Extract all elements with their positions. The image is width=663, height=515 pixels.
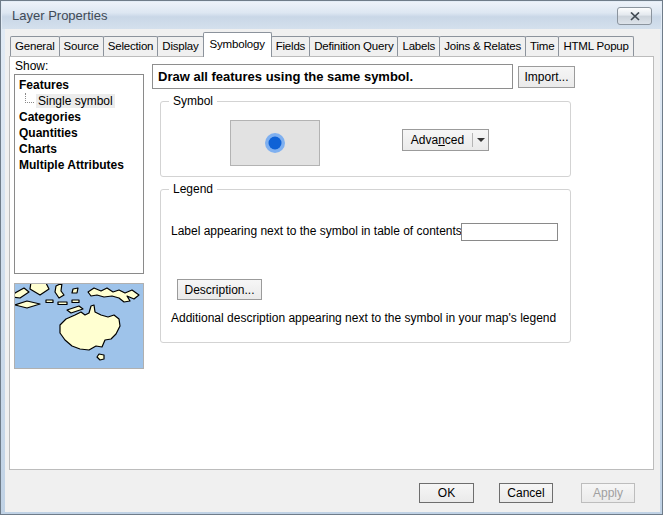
map-preview-image: [15, 284, 143, 368]
tab-fields[interactable]: Fields: [271, 36, 310, 56]
tree-item-label: Single symbol: [36, 94, 115, 108]
advanced-dropdown-button[interactable]: Advanced: [402, 129, 489, 151]
symbol-group-title: Symbol: [169, 94, 217, 108]
tree-elbow-icon: [25, 93, 34, 103]
apply-button[interactable]: Apply: [581, 483, 635, 503]
tab-joins-relates[interactable]: Joins & Relates: [439, 36, 526, 56]
renderer-description: Draw all features using the same symbol.: [152, 64, 513, 89]
map-land-halmahera: [72, 288, 78, 293]
map-land-island: [58, 302, 67, 305]
legend-label-input[interactable]: [461, 223, 558, 241]
tab-general[interactable]: General: [10, 36, 60, 56]
tab-labels[interactable]: Labels: [397, 36, 440, 56]
symbol-preview-button[interactable]: [230, 120, 320, 166]
map-preview: [14, 283, 144, 369]
tree-item-features[interactable]: Features: [15, 77, 143, 93]
symbol-groupbox: Symbol Advanced: [160, 101, 571, 177]
map-land-island: [72, 300, 79, 303]
layer-properties-dialog: Layer Properties General Source Selectio…: [0, 0, 663, 515]
window-title: Layer Properties: [12, 8, 107, 23]
cancel-button[interactable]: Cancel: [499, 483, 553, 503]
dropdown-arrow-area[interactable]: [473, 130, 488, 150]
tab-bar: General Source Selection Display Symbolo…: [11, 32, 634, 56]
legend-groupbox: Legend Label appearing next to the symbo…: [160, 189, 571, 343]
tab-html-popup[interactable]: HTML Popup: [558, 36, 633, 56]
tab-symbology[interactable]: Symbology: [203, 32, 272, 57]
import-button[interactable]: Import...: [518, 66, 575, 88]
chevron-down-icon: [477, 138, 485, 142]
tree-item-charts[interactable]: Charts: [15, 141, 143, 157]
tree-item-quantities[interactable]: Quantities: [15, 125, 143, 141]
tab-selection[interactable]: Selection: [103, 36, 159, 56]
map-land-island: [46, 300, 53, 303]
description-button[interactable]: Description...: [177, 279, 262, 300]
tab-source[interactable]: Source: [59, 36, 104, 56]
point-symbol-icon: [264, 132, 286, 154]
tree-item-single-symbol[interactable]: Single symbol: [15, 93, 143, 109]
ok-button[interactable]: OK: [419, 483, 474, 503]
tree-item-categories[interactable]: Categories: [15, 109, 143, 125]
tab-display[interactable]: Display: [157, 36, 203, 56]
symbology-tab-page: Show: Features Single symbol Categories …: [9, 56, 654, 470]
show-label: Show:: [15, 59, 48, 73]
renderer-tree: Features Single symbol Categories Quanti…: [14, 74, 144, 274]
legend-group-title: Legend: [169, 182, 217, 196]
close-button[interactable]: [617, 7, 652, 25]
close-icon: [630, 12, 640, 21]
legend-label-caption: Label appearing next to the symbol in ta…: [171, 224, 465, 238]
advanced-label: Advanced: [403, 130, 472, 150]
tab-definition-query[interactable]: Definition Query: [309, 36, 398, 56]
tab-time[interactable]: Time: [525, 36, 559, 56]
legend-additional-caption: Additional description appearing next to…: [171, 311, 556, 325]
tree-item-multiple-attributes[interactable]: Multiple Attributes: [15, 157, 143, 173]
title-bar[interactable]: Layer Properties: [2, 2, 661, 29]
